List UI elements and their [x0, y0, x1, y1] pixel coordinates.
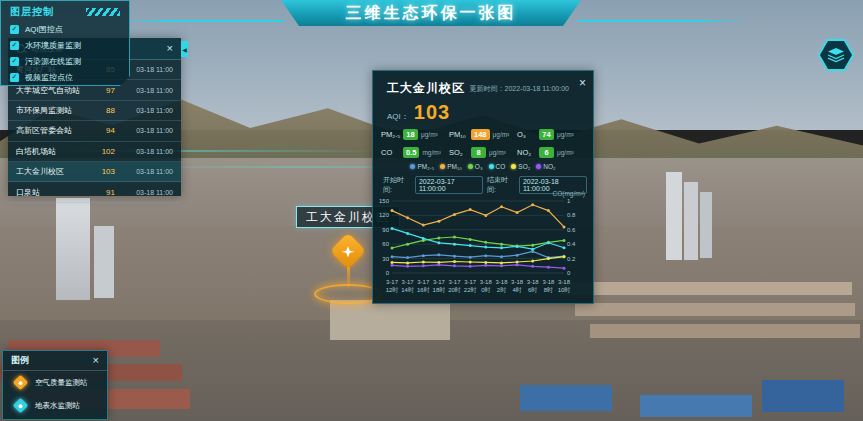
pollutant-value-badge: 74 [539, 129, 554, 140]
start-time-label: 开始时间: [383, 175, 411, 195]
svg-text:0: 0 [386, 270, 390, 276]
station-update-time: 03-18 11:00 [123, 107, 173, 114]
svg-text:2时: 2时 [497, 287, 506, 293]
svg-text:0: 0 [567, 270, 571, 276]
chart-legend-item[interactable]: O₃ [468, 163, 483, 170]
station-aqi-value: 97 [93, 86, 115, 95]
svg-text:3-18: 3-18 [480, 279, 493, 285]
svg-text:16时: 16时 [417, 287, 430, 293]
building-row [590, 324, 860, 338]
update-time-text: 更新时间：2022-03-18 11:00:00 [470, 84, 569, 94]
legend-label: PM₂.₅ [417, 163, 434, 170]
right-axis-unit-label: CO(mg/m³) [553, 190, 586, 197]
layer-label: 视频监控点位 [25, 72, 73, 83]
pollutant-cell: PM₁₀148μg/m³ [449, 125, 517, 143]
svg-text:3-17: 3-17 [448, 279, 461, 285]
chart-legend-item[interactable]: PM₂.₅ [410, 163, 434, 170]
svg-text:1: 1 [567, 198, 571, 204]
start-time-input[interactable]: 2022-03-17 11:00:00 [415, 176, 483, 194]
station-update-time: 03-18 11:00 [123, 148, 173, 155]
legend-label: O₃ [475, 163, 483, 170]
layer-toggle-item[interactable]: ✓水环境质量监测 [1, 37, 129, 53]
svg-text:60: 60 [382, 241, 389, 247]
pollutant-name: CO [381, 148, 403, 157]
station-update-time: 03-18 11:00 [123, 168, 173, 175]
station-update-time: 03-18 11:00 [123, 66, 173, 73]
pollutant-name: PM₁₀ [449, 130, 471, 139]
layer-toggle-item[interactable]: ✓视频监控点位 [1, 69, 129, 85]
svg-text:6时: 6时 [528, 287, 537, 293]
station-update-time: 03-18 11:00 [123, 127, 173, 134]
map-3d-scene[interactable]: 三维生态环保一张图 站点搜索 × 黄河水厂站8503-18 11:00大学城空气… [0, 0, 863, 421]
station-name: 大学城空气自动站 [16, 85, 93, 96]
pollutant-cell: SO₂8μg/m³ [449, 143, 517, 161]
pollutant-unit: μg/m³ [493, 131, 510, 138]
station-name: 高新区管委会站 [16, 125, 93, 136]
svg-text:3-18: 3-18 [527, 279, 540, 285]
pollutant-name: PM₂.₅ [381, 130, 403, 139]
page-title: 三维生态环保一张图 [346, 3, 517, 24]
map-legend-panel: 图例 × 空气质量监测站地表水监测站 [2, 350, 108, 420]
checkbox-checked-icon[interactable]: ✓ [10, 57, 19, 66]
station-list-row[interactable]: 市环保局监测站8803-18 11:00 [8, 101, 181, 121]
checkbox-checked-icon[interactable]: ✓ [10, 41, 19, 50]
building-block [330, 300, 450, 340]
pollutant-name: SO₂ [449, 148, 471, 157]
station-update-time: 03-18 11:00 [123, 189, 173, 196]
end-time-label: 结束时间: [487, 175, 515, 195]
chart-legend-item[interactable]: SO₂ [511, 163, 530, 170]
legend-label: NO₂ [543, 163, 555, 170]
station-aqi-value: 91 [93, 188, 115, 197]
hatch-decor [86, 8, 120, 16]
legend-label: CO [496, 163, 506, 170]
station-list-row[interactable]: 口泉站9103-18 11:00 [8, 182, 181, 202]
svg-text:4时: 4时 [512, 287, 521, 293]
pollutant-unit: μg/m³ [421, 131, 438, 138]
building-row [575, 303, 855, 316]
chart-legend: PM₂.₅PM₁₀O₃COSO₂NO₂ [373, 163, 593, 170]
checkbox-checked-icon[interactable]: ✓ [10, 25, 19, 34]
station-aqi-value: 94 [93, 126, 115, 135]
svg-text:14时: 14时 [401, 287, 414, 293]
close-icon[interactable]: × [93, 355, 99, 366]
building [700, 192, 712, 258]
layer-toggle-item[interactable]: ✓污染源在线监测 [1, 53, 129, 69]
legend-dot-icon [468, 164, 473, 169]
svg-text:3-18: 3-18 [542, 279, 555, 285]
air-station-pin-icon[interactable] [330, 233, 367, 270]
close-icon[interactable]: × [167, 43, 173, 54]
pollutant-value-badge: 6 [539, 147, 554, 158]
pollutant-value-badge: 8 [471, 147, 486, 158]
svg-text:150: 150 [379, 198, 390, 204]
pollutant-trend-chart: 030609012015000.20.40.60.813-1712时3-1714… [376, 197, 590, 301]
close-icon[interactable]: × [579, 76, 586, 90]
station-diamond-icon [13, 398, 29, 414]
pollutant-grid: PM₂.₅18μg/m³PM₁₀148μg/m³O₃74μg/m³CO0.5mg… [381, 125, 585, 161]
chart-legend-item[interactable]: CO [489, 163, 506, 170]
station-update-time: 03-18 11:00 [123, 87, 173, 94]
svg-text:3-18: 3-18 [558, 279, 571, 285]
chart-legend-item[interactable]: PM₁₀ [440, 163, 462, 170]
station-aqi-value: 102 [93, 147, 115, 156]
map-legend-label: 空气质量监测站 [35, 378, 88, 388]
panel-collapse-tab[interactable]: ◀ [181, 41, 188, 57]
layer-label: AQI国控点 [25, 24, 63, 35]
station-list-row[interactable]: 高新区管委会站9403-18 11:00 [8, 121, 181, 141]
svg-text:30: 30 [382, 256, 389, 262]
checkbox-checked-icon[interactable]: ✓ [10, 73, 19, 82]
station-list-row[interactable]: 白塔机场站10203-18 11:00 [8, 142, 181, 162]
svg-text:12时: 12时 [386, 287, 399, 293]
layer-toggle-item[interactable]: ✓AQI国控点 [1, 21, 129, 37]
factory-roof [520, 385, 612, 411]
station-name: 工大金川校区 [16, 166, 93, 177]
station-list-row[interactable]: 工大金川校区10303-18 11:00 [8, 162, 181, 182]
building-row [560, 282, 852, 295]
svg-text:0.8: 0.8 [567, 212, 576, 218]
station-name: 白塔机场站 [16, 146, 93, 157]
legend-dot-icon [410, 164, 415, 169]
building [666, 172, 682, 260]
legend-dot-icon [489, 164, 494, 169]
chart-legend-item[interactable]: NO₂ [536, 163, 555, 170]
header-decor-line-right [578, 20, 748, 22]
building [94, 226, 114, 298]
